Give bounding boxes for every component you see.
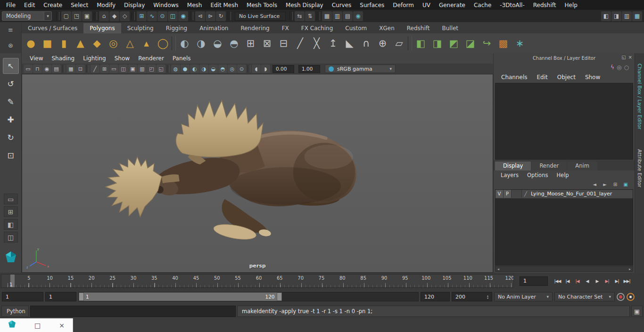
menu-item[interactable]: Create [39, 1, 66, 9]
close-panel-icon[interactable]: × [628, 55, 632, 60]
channel-box-menu-item[interactable]: Object [553, 74, 580, 81]
pencil-curve-icon[interactable]: ╱ [292, 35, 308, 51]
view-transform-dropdown[interactable]: sRGB gamma ▾ [325, 65, 396, 73]
select-camera-icon[interactable]: ▭ [24, 65, 33, 73]
multisample-icon[interactable]: ⊙ [237, 65, 246, 73]
uv-checker-icon[interactable]: ▩ [495, 35, 511, 51]
multi-cut-icon[interactable]: ╳ [309, 35, 324, 51]
separator[interactable] [408, 36, 412, 50]
menu-item[interactable]: Deform [388, 1, 418, 9]
separator[interactable] [94, 12, 97, 20]
create-empty-layer-icon[interactable]: ⊞ [611, 181, 619, 188]
float-panel-icon[interactable]: ◱ [621, 55, 626, 60]
screen-space-ao-icon[interactable]: ◓ [218, 65, 227, 73]
shelf-tab[interactable]: Polygons [83, 23, 121, 33]
shaded-icon[interactable]: ● [181, 65, 190, 73]
separator[interactable] [248, 65, 250, 73]
separator[interactable] [62, 65, 65, 73]
poly-cylinder-icon[interactable]: ▮ [56, 35, 72, 51]
separate-icon[interactable]: ◨ [429, 35, 445, 51]
snap-together-icon[interactable]: ∗ [512, 35, 528, 51]
shelf-tab[interactable]: XGen [373, 23, 401, 33]
render-view-icon[interactable]: ▦ [322, 11, 332, 21]
ipr-render-icon[interactable]: ▥ [332, 11, 342, 21]
panel-menu-item[interactable]: Lighting [79, 55, 110, 62]
display-filter-icon[interactable]: ϟ [611, 64, 614, 71]
shelf-tab[interactable]: Redshift [401, 23, 436, 33]
camera-attributes-icon[interactable]: ◉ [42, 65, 51, 73]
step-back-frame-button[interactable]: |◀ [562, 276, 572, 286]
shelf-tab[interactable]: Sculpting [121, 23, 160, 33]
script-editor-icon[interactable]: ▣ [631, 306, 643, 317]
symmetry-icon[interactable]: ⇆ [295, 11, 305, 21]
shadows-icon[interactable]: ◒ [209, 65, 218, 73]
step-back-key-button[interactable]: |◀ [572, 276, 582, 286]
wireframe-icon[interactable]: ◍ [171, 65, 180, 73]
maximize-button[interactable]: □ [34, 322, 41, 329]
gamma-field[interactable]: 1.00 [298, 65, 320, 73]
layer-editor-tab[interactable]: Render [531, 162, 567, 170]
menu-item[interactable]: File [2, 1, 20, 9]
mirror-cut-icon[interactable]: ◓ [226, 35, 242, 51]
snap-to-plane-icon[interactable]: ◫ [168, 11, 178, 21]
paint-select-tool[interactable]: ✎ [3, 94, 19, 110]
move-layer-down-icon[interactable]: ► [601, 181, 609, 188]
separator[interactable] [132, 12, 135, 20]
shelf-tab[interactable]: Animation [193, 23, 234, 33]
menu-item[interactable]: Display [120, 1, 149, 9]
menu-item[interactable]: Generate [435, 1, 470, 9]
separator[interactable] [172, 36, 176, 50]
shelf-menu-icon[interactable]: ≡ [8, 26, 13, 33]
perspective-viewport[interactable]: y x z persp [22, 74, 493, 273]
output-connections-icon[interactable]: ⊳ [206, 11, 215, 21]
rotate-tool[interactable]: ↻ [3, 130, 19, 146]
exposure-field[interactable]: 0.00 [272, 65, 294, 73]
duplicate-special-icon[interactable]: ↪ [479, 35, 495, 51]
channel-box-menu-item[interactable]: Edit [532, 74, 553, 81]
persp-outliner-layout-button[interactable]: ◧ [4, 219, 18, 230]
panel-menu-item[interactable]: Renderer [134, 55, 168, 62]
make-live-icon[interactable]: ◉ [178, 11, 188, 21]
shelf-tab[interactable]: FX Caching [295, 23, 339, 33]
bookmarks-icon[interactable]: ▤ [52, 65, 61, 73]
layer-editor-menu-item[interactable]: Options [523, 172, 552, 178]
poly-torus-icon[interactable]: ◎ [106, 35, 121, 51]
open-scene-icon[interactable]: ◳ [72, 11, 82, 21]
menu-item[interactable]: Edit Mesh [206, 1, 242, 9]
input-connections-icon[interactable]: ⊲ [195, 11, 205, 21]
smooth-mesh-icon[interactable]: ◐ [177, 35, 192, 51]
grease-pencil-icon[interactable]: ╱ [91, 65, 99, 73]
character-set-dropdown[interactable]: No Character Set ▾ [554, 292, 615, 301]
go-to-end-button[interactable]: ▶▶| [622, 276, 632, 286]
panel-menu-item[interactable]: Panels [168, 55, 195, 62]
shelf-tab[interactable]: Curves / Surfaces [22, 23, 83, 33]
grid-toggle-icon[interactable]: ⊞ [100, 65, 109, 73]
channel-list-area[interactable] [495, 83, 633, 160]
step-forward-key-button[interactable]: ▶| [602, 276, 612, 286]
new-scene-icon[interactable]: ▢ [61, 11, 71, 21]
menu-item[interactable]: -3DtoAll- [495, 1, 528, 9]
gate-mask-icon[interactable]: ▣ [128, 65, 137, 73]
menu-item[interactable]: Cache [470, 1, 495, 9]
separator[interactable] [86, 65, 89, 73]
layer-editor-tab[interactable]: Display [495, 162, 531, 170]
scale-tool[interactable]: ⊡ [3, 147, 19, 163]
reflection-icon[interactable]: ⇅ [305, 11, 315, 21]
sculpt-tool-icon[interactable]: ◒ [210, 35, 225, 51]
panel-menu-item[interactable]: Show [110, 55, 134, 62]
extrude-icon[interactable]: ↥ [325, 35, 341, 51]
menu-set-dropdown[interactable]: Modeling ▾ [2, 11, 52, 21]
poly-sphere-icon[interactable]: ● [23, 35, 39, 51]
layer-display-type-toggle[interactable] [512, 190, 522, 198]
bevel-icon[interactable]: ◣ [342, 35, 357, 51]
use-all-lights-icon[interactable]: ◑ [199, 65, 208, 73]
select-tool[interactable]: ↖ [3, 58, 19, 74]
channel-manip-icon[interactable]: ○ [624, 64, 629, 71]
snap-to-point-icon[interactable]: ⊙ [157, 11, 167, 21]
construction-history-icon[interactable]: ↻ [216, 11, 226, 21]
wire-cube-icon[interactable]: ⊠ [259, 35, 275, 51]
live-surface-field[interactable]: No Live Surface [235, 12, 286, 21]
shelf-tab[interactable]: Bullet [436, 23, 464, 33]
panel-menu-item[interactable]: Shading [47, 55, 79, 62]
command-language-button[interactable]: Python [1, 306, 29, 317]
